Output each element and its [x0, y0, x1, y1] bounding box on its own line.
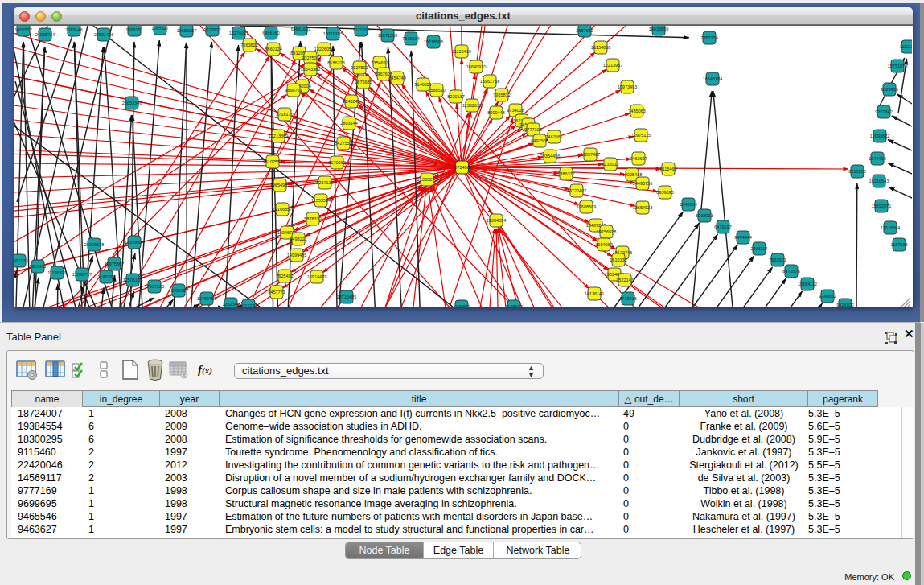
svg-text:10973493: 10973493 — [618, 84, 637, 89]
svg-text:1244419: 1244419 — [869, 156, 885, 161]
svg-text:9463627: 9463627 — [630, 156, 647, 161]
svg-text:7357274: 7357274 — [700, 35, 717, 40]
svg-text:9327502: 9327502 — [351, 65, 368, 70]
svg-text:1112184: 1112184 — [900, 44, 912, 49]
svg-text:8990448: 8990448 — [487, 110, 504, 115]
svg-text:2718170: 2718170 — [276, 112, 293, 117]
svg-text:20364456: 20364456 — [540, 154, 560, 159]
svg-text:5267130: 5267130 — [316, 180, 333, 185]
svg-text:12093822: 12093822 — [870, 134, 889, 138]
svg-text:6466160: 6466160 — [262, 31, 279, 35]
svg-text:12975115: 12975115 — [631, 133, 651, 138]
svg-text:64661601: 64661601 — [291, 27, 310, 31]
svg-text:1588520: 1588520 — [428, 88, 445, 93]
svg-text:9498221: 9498221 — [290, 237, 306, 241]
svg-text:10719155: 10719155 — [323, 31, 343, 36]
svg-text:3684067: 3684067 — [595, 242, 612, 247]
svg-text:12505135: 12505135 — [123, 278, 142, 282]
svg-text:3522143: 3522143 — [616, 278, 633, 282]
svg-text:1893151: 1893151 — [125, 27, 142, 32]
svg-text:9890761: 9890761 — [285, 88, 302, 93]
svg-text:16648784: 16648784 — [703, 76, 722, 81]
svg-text:9329966: 9329966 — [881, 87, 897, 92]
svg-text:9324502: 9324502 — [836, 303, 853, 307]
svg-text:19384554: 19384554 — [487, 218, 506, 223]
svg-text:16961758: 16961758 — [480, 79, 499, 84]
svg-text:12213967: 12213967 — [603, 63, 622, 68]
svg-text:9145512: 9145512 — [505, 304, 522, 307]
svg-text:16107552: 16107552 — [263, 159, 282, 164]
svg-text:1527602: 1527602 — [203, 27, 220, 32]
svg-text:6216012: 6216012 — [602, 162, 618, 167]
svg-text:7386372: 7386372 — [557, 171, 574, 176]
svg-text:14136141: 14136141 — [585, 291, 604, 296]
svg-text:20053346: 20053346 — [122, 101, 142, 105]
svg-text:13720407: 13720407 — [567, 188, 586, 193]
svg-text:14099485: 14099485 — [287, 253, 306, 257]
svg-text:9245652: 9245652 — [819, 294, 836, 299]
svg-text:20691406: 20691406 — [94, 32, 113, 37]
svg-text:1640954: 1640954 — [680, 202, 696, 207]
svg-text:12342737: 12342737 — [72, 272, 92, 277]
svg-text:8220137: 8220137 — [447, 94, 464, 99]
svg-text:7515524: 7515524 — [402, 36, 419, 41]
svg-text:8660124: 8660124 — [265, 47, 281, 51]
svg-text:16671358: 16671358 — [378, 33, 397, 38]
svg-text:1292346: 1292346 — [222, 302, 239, 307]
svg-text:16210643: 16210643 — [869, 179, 889, 183]
svg-text:9115460: 9115460 — [659, 167, 676, 171]
svg-text:16154808: 16154808 — [591, 45, 610, 50]
svg-text:1065327: 1065327 — [151, 26, 168, 31]
svg-text:9146821: 9146821 — [414, 82, 431, 87]
svg-text:19975867: 19975867 — [105, 262, 124, 266]
svg-text:10782759: 10782759 — [197, 296, 216, 301]
svg-text:7625402: 7625402 — [276, 274, 293, 278]
svg-text:21300275: 21300275 — [417, 177, 437, 182]
svg-text:10807487: 10807487 — [581, 152, 600, 157]
svg-text:11156829: 11156829 — [47, 270, 67, 275]
svg-text:1167533: 1167533 — [890, 242, 907, 247]
svg-text:11362615: 11362615 — [462, 103, 482, 108]
svg-text:8939695: 8939695 — [656, 190, 673, 195]
svg-text:17016504: 17016504 — [881, 225, 900, 230]
svg-text:9734028: 9734028 — [507, 108, 524, 113]
svg-text:13716485: 13716485 — [337, 295, 356, 299]
svg-text:7632621: 7632621 — [769, 257, 786, 262]
svg-text:18724007: 18724007 — [452, 165, 471, 170]
svg-text:10653267: 10653267 — [177, 28, 196, 33]
svg-text:19218506: 19218506 — [424, 39, 443, 44]
svg-text:19654982: 19654982 — [270, 183, 290, 187]
svg-text:20206578: 20206578 — [84, 242, 104, 247]
svg-text:15751074: 15751074 — [888, 64, 907, 68]
svg-text:6479197: 6479197 — [714, 225, 731, 229]
svg-text:13654923: 13654923 — [633, 205, 652, 210]
svg-text:13226058: 13226058 — [314, 47, 334, 51]
svg-text:16033809: 16033809 — [649, 27, 668, 31]
svg-text:9227342: 9227342 — [875, 109, 892, 114]
svg-text:9327503: 9327503 — [302, 56, 318, 60]
svg-text:17957223: 17957223 — [145, 284, 164, 289]
svg-text:19756928: 19756928 — [597, 229, 616, 234]
svg-text:9242845: 9242845 — [343, 99, 359, 104]
svg-text:19166857: 19166857 — [273, 207, 292, 212]
svg-text:24055724: 24055724 — [35, 32, 55, 37]
svg-text:1615132: 1615132 — [610, 257, 626, 262]
svg-text:1405572: 1405572 — [14, 27, 31, 32]
svg-text:7955812: 7955812 — [493, 93, 510, 97]
svg-text:8427552: 8427552 — [335, 141, 351, 146]
svg-text:10688609: 10688609 — [577, 204, 596, 209]
svg-text:5878332: 5878332 — [304, 216, 321, 221]
svg-text:1145197: 1145197 — [97, 274, 114, 279]
svg-text:10654112: 10654112 — [798, 282, 817, 286]
svg-text:8215955: 8215955 — [848, 169, 865, 174]
svg-text:7462661: 7462661 — [545, 134, 562, 139]
svg-text:9457771: 9457771 — [268, 290, 285, 295]
svg-text:1915411: 1915411 — [29, 264, 46, 269]
svg-text:17359934: 17359934 — [125, 240, 144, 245]
svg-text:7485063: 7485063 — [628, 109, 645, 113]
svg-text:10958107: 10958107 — [169, 288, 188, 293]
svg-text:9474444: 9474444 — [734, 235, 751, 240]
svg-text:16914479: 16914479 — [307, 274, 326, 279]
svg-text:11125419: 11125419 — [452, 49, 471, 54]
svg-text:9875685: 9875685 — [355, 80, 372, 84]
